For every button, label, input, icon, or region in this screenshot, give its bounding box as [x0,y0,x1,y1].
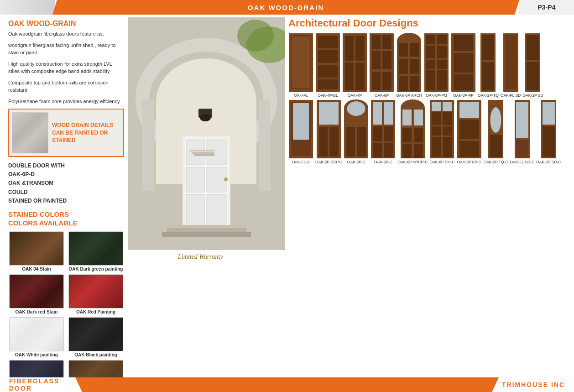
swatch-label-darkgreen: OAK Dark green painting [69,267,123,272]
svg-rect-79 [319,127,328,157]
door-svg-oak-4p [342,33,367,92]
svg-rect-78 [319,102,339,125]
svg-rect-43 [372,72,381,90]
svg-rect-99 [402,144,412,158]
door-label-oak-4p: OAK-4P [348,93,362,98]
body-text-4: Composite top and bottom rails are corro… [8,79,124,94]
swatch-label-red: OAK Red Painting [76,309,115,314]
door-svg-oak-fl [288,33,313,92]
body-text-5: Polyurethane foam core provides energy e… [8,98,124,105]
body-text-1: Oak woodgrain fiberglass doors feature a… [8,30,124,38]
svg-rect-85 [357,127,366,157]
door-thumb-oak-2p-sd: OAK-2P SD [522,33,543,98]
svg-rect-68 [482,62,494,90]
bottom-banner: FIBERGLASS DOOR TRIMHOUSE INC [0,377,574,392]
door-label-oak-8p-pm: OAK-8P-PM [426,93,447,98]
svg-point-83 [347,101,365,116]
door-info: DOUBLE DOOR WITH OAK-6P-D OAK &TRANSOM C… [8,162,124,205]
svg-rect-23 [192,152,214,154]
door-label-oak-fl-c: OAK-FL-C [292,160,310,164]
center-door-photo [128,17,285,250]
svg-rect-60 [426,70,435,90]
left-column: OAK WOOD-GRAIN Oak woodgrain fiberglass … [5,16,128,376]
svg-rect-27 [292,37,310,88]
svg-rect-56 [426,46,435,58]
swatch-image-white [9,317,64,351]
door-label-oak-2p-2337c: OAK-2P 2337C [315,160,342,164]
svg-rect-95 [402,110,412,125]
door-svg-oak-2p-2337c [316,99,341,159]
svg-rect-61 [437,70,447,90]
svg-rect-113 [459,141,479,157]
svg-rect-12 [186,194,204,225]
svg-rect-11 [207,167,226,192]
door-svg-oak-4p-bl [315,33,340,92]
door-svg-oak-2p-c [344,99,369,159]
svg-rect-59 [437,60,447,69]
door-thumb-oak-6p: OAK-6P [369,33,394,98]
svg-rect-2 [142,99,154,191]
door-svg-oak-fl-sd [503,33,519,92]
door-thumb-oak-8p-pm-c: OAK-8P PM-C [429,99,454,164]
wood-grain-text: WOOD GRAIN DETAILS CAN BE PAINTED OR STA… [52,121,120,144]
svg-rect-119 [516,140,528,157]
top-banner-title-bar: OAK WOOD-GRAIN [52,0,519,15]
swatch-image-oak04 [9,231,64,266]
door-label-oak-6p-c: OAK-6P-C [374,160,392,164]
swatch-white: OAK White painting [8,317,65,357]
swatch-image-darkred [9,274,64,308]
door-thumb-oak-6p-arch: OAK-6P ARCH [396,33,422,98]
swatch-image-black [68,317,123,351]
svg-rect-97 [402,128,412,142]
door-label-oak-6p: OAK-6P [375,93,389,98]
doors-row-2: OAK-FL-C OAK-2P 2337C OAK-2P-C [288,99,572,164]
svg-rect-34 [345,36,354,61]
door-svg-oak-3p-fp-c [457,99,482,159]
wood-grain-box: WOOD GRAIN DETAILS CAN BE PAINTED OR STA… [8,109,124,157]
door-thumb-oak-fl-sd-c: OAK-FL SD-C [510,99,535,164]
door-thumb-oak-fl-sd: OAK-FL SD [501,33,521,98]
svg-rect-102 [432,102,441,111]
svg-rect-51 [399,76,408,91]
svg-rect-109 [443,137,452,157]
svg-point-115 [491,107,501,133]
svg-rect-41 [372,51,381,69]
door-label-oak-fl-sd: OAK-FL SD [501,93,521,98]
door-scene-svg [128,17,285,250]
top-banner-logo [0,0,55,15]
limited-warranty-text: Limited Warranty [178,253,223,261]
svg-rect-103 [443,102,452,111]
swatches-grid: OAK 04 Stain OAK Dark green painting OAK… [8,231,124,392]
svg-rect-92 [384,143,393,157]
swatch-oak04: OAK 04 Stain [8,231,65,272]
svg-rect-67 [482,35,494,60]
door-svg-oak-2p-sd-c [541,99,557,159]
svg-point-14 [224,178,228,181]
svg-rect-29 [318,36,338,48]
svg-rect-112 [459,120,479,139]
door-svg-oak-fl-sd-c [514,99,530,159]
svg-rect-90 [384,126,393,141]
door-thumb-oak-6p-c: OAK-6P-C [370,99,396,164]
svg-rect-122 [543,126,555,157]
svg-rect-55 [437,35,447,44]
svg-rect-108 [432,137,441,157]
door-svg-oak-2p-tq-c [488,99,504,159]
stained-colors-title: STAINED COLORS COLORS AVAILABLE [8,210,124,228]
svg-rect-10 [186,167,204,192]
door-thumb-oak-4p-bl: OAK-4P-BL [315,33,340,98]
top-banner: OAK WOOD-GRAIN P3-P4 [0,0,574,15]
door-svg-oak-3p-fp [451,33,476,92]
swatch-black: OAK Black painting [68,317,124,357]
svg-rect-36 [345,63,354,90]
door-svg-oak-6p-c [370,99,396,159]
door-thumb-oak-2p-tq-c: OAK-2P TQ-C [484,99,508,164]
doors-row-1: OAK-FL OAK-4P-BL OAK-4P [288,33,572,98]
svg-point-16 [237,20,274,52]
wood-grain-image [12,112,48,153]
swatch-label-white: OAK White painting [15,352,58,357]
door-thumb-oak-fl-c: OAK-FL-C [288,99,313,164]
svg-rect-121 [543,102,555,125]
door-label-oak-8p-pm-c: OAK-8P PM-C [429,160,454,164]
door-label-oak-2p-sd: OAK-2P SD [522,93,543,98]
